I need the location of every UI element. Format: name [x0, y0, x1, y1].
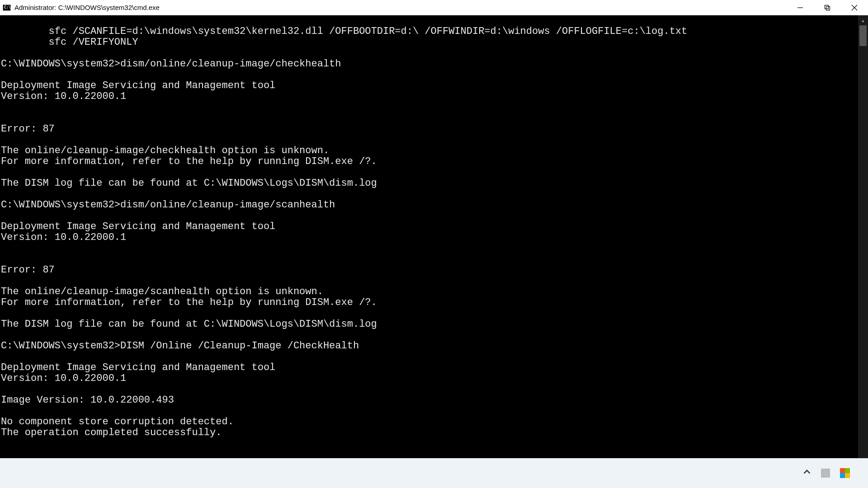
maximize-button[interactable]: [814, 0, 841, 15]
close-icon: [851, 5, 858, 11]
maximize-icon: [824, 5, 830, 11]
scrollbar[interactable]: ▲: [858, 15, 868, 458]
window-controls: [787, 0, 868, 15]
scrollbar-thumb[interactable]: [859, 25, 867, 46]
taskbar[interactable]: [0, 458, 868, 488]
scroll-up-icon[interactable]: ▲: [858, 15, 868, 25]
titlebar-left: C:\ Administrator: C:\WINDOWS\system32\c…: [3, 4, 160, 11]
close-button[interactable]: [841, 0, 868, 15]
svg-rect-0: [825, 5, 829, 9]
cmd-icon: C:\: [3, 5, 11, 11]
minimize-button[interactable]: [787, 0, 814, 15]
minimize-icon: [797, 5, 803, 11]
windows-security-icon[interactable]: [840, 468, 850, 478]
cmd-icon-text: C:\: [4, 6, 10, 9]
tray-overflow-button[interactable]: [803, 468, 811, 478]
chevron-up-icon: [803, 468, 811, 476]
svg-rect-1: [826, 6, 830, 10]
console-output[interactable]: sfc /SCANFILE=d:\windows\system32\kernel…: [0, 25, 868, 448]
console-area[interactable]: sfc /SCANFILE=d:\windows\system32\kernel…: [0, 15, 868, 458]
window-title: Administrator: C:\WINDOWS\system32\cmd.e…: [14, 4, 160, 11]
titlebar[interactable]: C:\ Administrator: C:\WINDOWS\system32\c…: [0, 0, 868, 15]
tray-app-icon[interactable]: [821, 469, 830, 478]
